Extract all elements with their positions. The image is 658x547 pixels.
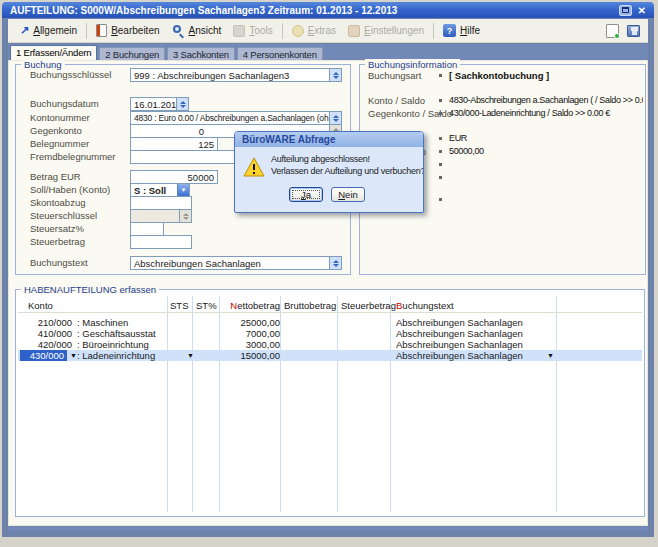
tab-personenkonten[interactable]: 4 Personenkonten (237, 47, 323, 60)
tab-buchungen[interactable]: 2 Buchungen (99, 47, 165, 60)
table-row[interactable]: 210/000 : Maschinen 25000,00 Abschreibun… (18, 317, 642, 328)
table-row[interactable]: 420/000 : Büroeinrichtung 3000,00 Abschr… (18, 339, 642, 350)
field-label: Buchungstext (30, 257, 88, 268)
table-row-selected[interactable]: 430/000 ▼ : Ladeneinrichtung ▼ 15000,00 … (18, 350, 642, 361)
bullet-icon (439, 112, 442, 115)
bullet-icon (439, 198, 442, 201)
tools-icon (233, 25, 245, 37)
col-brutto: Bruttobetrag (284, 300, 342, 311)
table-row[interactable]: 410/000 : Geschäftsausstat 7000,00 Absch… (18, 328, 642, 339)
col-sts: STS (170, 300, 188, 311)
waehrung-value: EUR (449, 133, 643, 143)
menu-item-bearbeiten[interactable]: Bearbeiten (90, 22, 165, 39)
field-label: Belegnummer (30, 138, 89, 149)
col-text: Buchungstext (396, 300, 454, 311)
gegenkonto-saldo-value: 430/000-Ladeneinrichtung / Saldo >> 0.00… (449, 108, 643, 118)
tab-erfassen-aendern[interactable]: 1 Erfassen/Ändern (10, 45, 97, 60)
dropdown-arrow-icon[interactable] (177, 184, 189, 196)
col-steuer: Steuerbetrag (341, 300, 399, 311)
field-label: Betrag EUR (30, 171, 81, 182)
group-habenaufteilung: HABENAUFTEILUNG erfassen Konto STS ST% (15, 289, 645, 517)
dialog-message-line1: Aufteilung abgeschlossen! (271, 153, 423, 165)
table-header: Konto STS ST% Nettobetrag Bruttobetrag S… (18, 300, 642, 313)
skontoabzug-field[interactable] (130, 196, 192, 210)
menu-separator (86, 23, 87, 39)
betrag-field[interactable]: 50000 (130, 170, 218, 184)
field-label: Steuerschlüssel (30, 210, 97, 221)
window-title: AUFTEILUNG: S000W/Abschreibungen Sachanl… (2, 5, 619, 16)
spinner-icon (179, 210, 191, 222)
field-label: Steuersatz% (30, 223, 84, 234)
spinner-icon[interactable] (329, 69, 341, 81)
settings-icon (348, 25, 360, 37)
selected-konto-cell[interactable]: 430/000 (20, 350, 67, 361)
title-bar: AUFTEILUNG: S000W/Abschreibungen Sachanl… (2, 2, 654, 18)
client-area: 1 Erfassen/Ändern 2 Buchungen 3 Sachkont… (8, 44, 648, 530)
field-label: Kontonummer (30, 112, 90, 123)
tab-sachkonten[interactable]: 3 Sachkonten (167, 47, 235, 60)
buchungsdatum-field[interactable]: 16.01.2013 /Mi (130, 97, 189, 111)
dropdown-arrow-icon[interactable]: ▼ (70, 350, 77, 361)
menu-item-allgemein[interactable]: ↗ Allgemein (14, 23, 83, 38)
belegnummer-field[interactable]: 125 (130, 137, 218, 151)
arrow-ne-icon: ↗ (20, 25, 29, 36)
menu-separator (282, 23, 283, 39)
bullet-icon (439, 137, 442, 140)
yes-button[interactable]: Ja (289, 187, 323, 202)
save-icon[interactable] (627, 25, 640, 37)
buchungsschluessel-combobox[interactable]: 999 : Abschreibungen Sachanlagen3 (130, 68, 342, 82)
spinner-icon[interactable] (329, 112, 341, 124)
help-icon: ? (443, 24, 456, 37)
kontonummer-combobox[interactable]: 4830 : Euro 0.00 / Abschreibungen a.Sach… (130, 111, 342, 125)
field-label: Fremdbelegnummer (30, 151, 116, 162)
menu-bar: ↗ Allgemein Bearbeiten Ansicht Tools Ext… (8, 19, 648, 43)
no-button[interactable]: Nein (331, 187, 365, 202)
field-label: Buchungsschlüssel (30, 69, 111, 80)
field-label: Gegenkonto (30, 125, 82, 136)
steuerbetrag-field[interactable] (130, 235, 192, 249)
steuerschluessel-combobox (130, 209, 192, 223)
summe-netto-value: 50000,00 (449, 146, 643, 156)
notebook-icon (96, 24, 107, 37)
extras-icon (292, 25, 304, 37)
close-icon[interactable]: ✕ (636, 5, 648, 16)
bullet-icon (439, 163, 442, 166)
dialog-message: Aufteilung abgeschlossen! Verlassen der … (271, 153, 423, 177)
menu-separator (433, 23, 434, 39)
dropdown-arrow-icon[interactable]: ▼ (187, 350, 194, 361)
dialog-message-line2: Verlassen der Aufteilung und verbuchen? (271, 165, 423, 177)
main-panel: Buchung Buchungsschlüssel 999 : Abschrei… (8, 60, 648, 526)
col-stp: ST% (196, 300, 217, 311)
restore-icon[interactable] (619, 5, 632, 16)
spinner-icon[interactable] (176, 98, 188, 110)
confirm-dialog: BüroWARE Abfrage Aufteilung abgeschlosse… (234, 131, 424, 213)
col-konto: Konto (28, 300, 53, 311)
field-label: Skontoabzug (30, 197, 85, 208)
menu-item-tools: Tools (227, 23, 278, 39)
menu-item-hilfe[interactable]: ? Hilfe (437, 22, 486, 39)
dialog-title: BüroWARE Abfrage (235, 132, 423, 147)
tab-bar: 1 Erfassen/Ändern 2 Buchungen 3 Sachkont… (10, 45, 323, 60)
buchungstext-combobox[interactable]: Abschreibungen Sachanlagen (130, 256, 342, 270)
verify-document-icon[interactable] (606, 24, 619, 38)
buchungsart-value: [ Sachkontobuchung ] (449, 70, 643, 81)
menu-item-einstellungen: Einstellungen (342, 23, 430, 39)
aufteilung-table: Konto STS ST% Nettobetrag Bruttobetrag S… (18, 294, 642, 514)
sollhaben-dropdown[interactable]: S : Soll (130, 183, 190, 197)
menu-item-ansicht[interactable]: Ansicht (166, 22, 228, 39)
field-label: Buchungsdatum (30, 98, 99, 109)
field-label: Soll/Haben (Konto) (30, 184, 110, 195)
bullet-icon (439, 176, 442, 179)
bullet-icon (439, 150, 442, 153)
window-frame: ↗ Allgemein Bearbeiten Ansicht Tools Ext… (2, 18, 654, 537)
konto-saldo-value: 4830-Abschreibungen a.Sachanlagen ( / Sa… (449, 95, 643, 105)
dropdown-arrow-icon[interactable]: ▼ (547, 350, 554, 361)
warning-icon (243, 157, 265, 179)
magnifier-icon (172, 24, 185, 37)
bullet-icon (439, 99, 442, 102)
group-label: Buchungsinformation (365, 59, 460, 70)
steuersatz-field[interactable] (130, 222, 164, 236)
col-netto: Nettobetrag (222, 300, 280, 311)
spinner-icon[interactable] (329, 257, 341, 269)
app-window: AUFTEILUNG: S000W/Abschreibungen Sachanl… (2, 2, 654, 537)
